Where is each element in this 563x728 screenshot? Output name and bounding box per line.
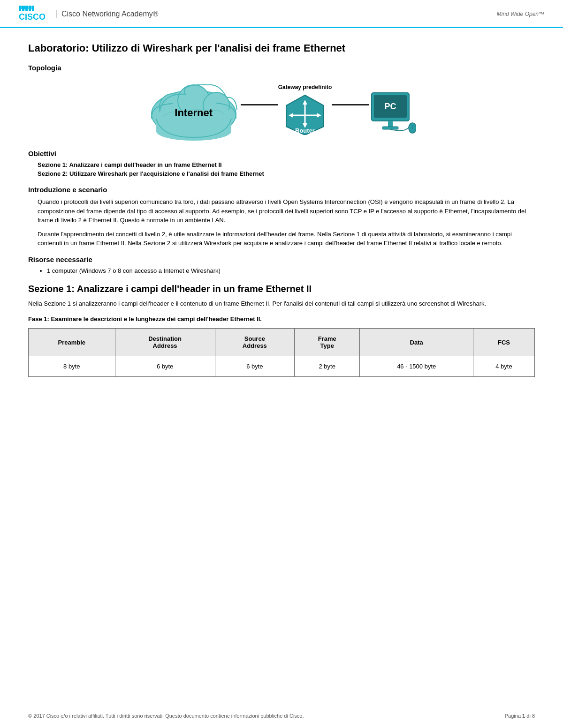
svg-rect-8 (30, 6, 32, 9)
page-header: CISCO Cisco Networking Academy® Mind Wid… (0, 0, 563, 28)
ethernet-header-table: Preamble DestinationAddress SourceAddres… (28, 328, 535, 377)
gateway-label: Gateway predefinito (278, 84, 332, 90)
topology-heading: Topologia (28, 64, 535, 72)
svg-rect-6 (24, 6, 25, 9)
col-src-address: SourceAddress (215, 329, 294, 356)
page-footer: © 2017 Cisco e/o i relativi affiliati. T… (28, 709, 535, 719)
cisco-logo: CISCO Cisco Networking Academy® (19, 6, 159, 22)
svg-text:PC: PC (385, 102, 396, 111)
internet-element: Internet (147, 76, 241, 142)
resources-item-1: 1 computer (Windows 7 o 8 con accesso a … (47, 267, 535, 274)
line-internet-router (241, 104, 278, 105)
intro-para-2: Durante l'apprendimento dei concetti di … (38, 230, 535, 248)
section1-heading: Sezione 1: Analizzare i campi dell'heade… (28, 284, 535, 294)
pc-svg: PC (369, 90, 416, 137)
col-preamble: Preamble (29, 329, 115, 356)
col-frame-type: FrameType (295, 329, 360, 356)
footer-copyright: © 2017 Cisco e/o i relativi affiliati. T… (28, 713, 304, 719)
cell-frametype-val: 2 byte (295, 356, 360, 377)
svg-rect-5 (21, 6, 22, 9)
cell-fcs-val: 4 byte (473, 356, 535, 377)
objectives-heading: Obiettivi (28, 150, 535, 158)
table-row: 8 byte 6 byte 6 byte 2 byte 46 - 1500 by… (29, 356, 535, 377)
col-data: Data (360, 329, 473, 356)
router-label: Router (295, 127, 315, 134)
tagline: Mind Wide Open™ (497, 11, 544, 17)
cell-data-val: 46 - 1500 byte (360, 356, 473, 377)
topology-diagram: Internet Gateway predefinito (28, 76, 535, 142)
line-router-pc (332, 104, 369, 105)
router-element: Gateway predefinito Router (278, 84, 332, 135)
footer-page: Pagina 1 di 8 (505, 713, 535, 719)
objectives-item-1: Sezione 1: Analizzare i campi dell'heade… (38, 161, 535, 168)
cell-preamble-val: 8 byte (29, 356, 115, 377)
svg-rect-28 (382, 127, 398, 129)
objectives-item-2: Sezione 2: Utilizzare Wireshark per l'ac… (38, 170, 535, 177)
main-content: Laboratorio: Utilizzo di Wireshark per l… (0, 28, 563, 396)
svg-rect-27 (388, 121, 393, 127)
col-dest-address: DestinationAddress (115, 329, 215, 356)
internet-label: Internet (175, 107, 213, 119)
resources-list: 1 computer (Windows 7 o 8 con accesso a … (47, 267, 535, 274)
svg-rect-4 (32, 6, 34, 11)
cell-src-val: 6 byte (215, 356, 294, 377)
section1-intro: Nella Sezione 1 si analizzeranno i campi… (28, 299, 535, 308)
phase1-heading: Fase 1: Esaminare le descrizioni e le lu… (28, 315, 535, 323)
intro-heading: Introduzione e scenario (28, 186, 535, 194)
col-fcs: FCS (473, 329, 535, 356)
svg-rect-7 (27, 6, 29, 9)
table-header-row: Preamble DestinationAddress SourceAddres… (29, 329, 535, 356)
page-title: Laboratorio: Utilizzo di Wireshark per l… (28, 42, 535, 54)
resources-heading: Risorse necessarie (28, 255, 535, 263)
cell-dest-val: 6 byte (115, 356, 215, 377)
router-icon: Router (282, 93, 328, 135)
intro-para-1: Quando i protocolli dei livelli superior… (38, 197, 535, 225)
cisco-logo-svg: CISCO (19, 6, 52, 22)
cloud-container: Internet (147, 76, 241, 142)
svg-text:CISCO: CISCO (19, 12, 46, 22)
academy-name: Cisco Networking Academy® (56, 10, 159, 18)
pc-element: PC (369, 90, 416, 137)
